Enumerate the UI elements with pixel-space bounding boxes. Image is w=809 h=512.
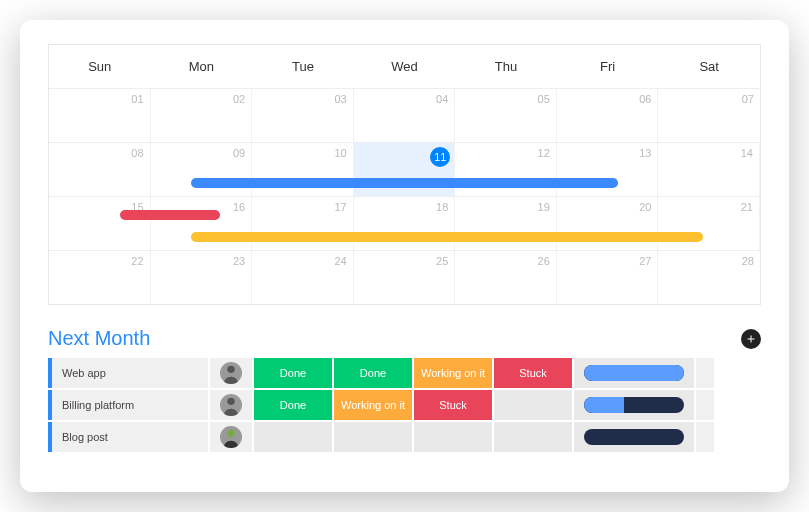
avatar	[220, 426, 242, 448]
day-cell[interactable]: 22	[49, 251, 151, 304]
day-cell[interactable]: 23	[151, 251, 253, 304]
progress-fill	[584, 397, 624, 413]
day-cell[interactable]: 05	[455, 89, 557, 142]
status-cell[interactable]: Done	[254, 358, 332, 388]
avatar	[220, 362, 242, 384]
task-name[interactable]: Web app	[48, 358, 208, 388]
avatar	[220, 394, 242, 416]
calendar-header: Sun Mon Tue Wed Thu Fri Sat	[49, 45, 760, 88]
day-cell[interactable]: 15	[49, 197, 151, 250]
day-cell[interactable]: 14	[658, 143, 760, 196]
status-cell[interactable]: Stuck	[494, 358, 572, 388]
day-cell[interactable]: 04	[354, 89, 456, 142]
day-cell-current[interactable]: 11	[354, 143, 456, 196]
table-row: Web app Done Done Working on it Stuck	[48, 358, 761, 388]
day-cell[interactable]: 16	[151, 197, 253, 250]
weekday-label: Fri	[557, 45, 659, 88]
day-cell[interactable]: 02	[151, 89, 253, 142]
day-cell[interactable]: 21	[658, 197, 760, 250]
section-header: Next Month	[48, 327, 761, 350]
status-cell[interactable]	[334, 422, 412, 452]
status-cell[interactable]	[494, 422, 572, 452]
svg-point-2	[227, 430, 234, 437]
row-end	[696, 422, 714, 452]
day-cell[interactable]: 01	[49, 89, 151, 142]
svg-point-0	[227, 366, 234, 373]
progress-cell[interactable]	[574, 358, 694, 388]
task-name[interactable]: Billing platform	[48, 390, 208, 420]
current-day-badge: 11	[430, 147, 450, 167]
day-cell[interactable]: 17	[252, 197, 354, 250]
day-cell[interactable]: 09	[151, 143, 253, 196]
weekday-label: Thu	[455, 45, 557, 88]
status-cell[interactable]: Working on it	[414, 358, 492, 388]
day-cell[interactable]: 25	[354, 251, 456, 304]
day-cell[interactable]: 26	[455, 251, 557, 304]
event-bar[interactable]	[191, 178, 618, 188]
status-cell[interactable]: Working on it	[334, 390, 412, 420]
day-cell[interactable]: 24	[252, 251, 354, 304]
avatar-cell[interactable]	[210, 422, 252, 452]
day-cell[interactable]: 03	[252, 89, 354, 142]
calendar-row: 15 16 17 18 19 20 21	[49, 196, 760, 250]
avatar-cell[interactable]	[210, 390, 252, 420]
day-cell[interactable]: 20	[557, 197, 659, 250]
status-cell[interactable]	[254, 422, 332, 452]
svg-point-1	[227, 398, 234, 405]
app-card: Sun Mon Tue Wed Thu Fri Sat 01 02 03 04 …	[20, 20, 789, 492]
status-cell[interactable]	[414, 422, 492, 452]
status-cell[interactable]	[494, 390, 572, 420]
row-end	[696, 358, 714, 388]
weekday-label: Tue	[252, 45, 354, 88]
day-cell[interactable]: 10	[252, 143, 354, 196]
calendar-row: 22 23 24 25 26 27 28	[49, 250, 760, 304]
task-name[interactable]: Blog post	[48, 422, 208, 452]
calendar: Sun Mon Tue Wed Thu Fri Sat 01 02 03 04 …	[48, 44, 761, 305]
weekday-label: Sat	[658, 45, 760, 88]
weekday-label: Sun	[49, 45, 151, 88]
event-bar[interactable]	[191, 232, 703, 242]
weekday-label: Wed	[354, 45, 456, 88]
day-cell[interactable]: 08	[49, 143, 151, 196]
progress-cell[interactable]	[574, 390, 694, 420]
day-cell[interactable]: 12	[455, 143, 557, 196]
task-table: Web app Done Done Working on it Stuck Bi…	[48, 358, 761, 452]
status-cell[interactable]: Done	[334, 358, 412, 388]
plus-icon	[745, 333, 757, 345]
section-title: Next Month	[48, 327, 150, 350]
table-row: Billing platform Done Working on it Stuc…	[48, 390, 761, 420]
calendar-row: 01 02 03 04 05 06 07	[49, 88, 760, 142]
weekday-label: Mon	[151, 45, 253, 88]
day-cell[interactable]: 06	[557, 89, 659, 142]
day-cell[interactable]: 18	[354, 197, 456, 250]
progress-fill	[584, 365, 684, 381]
row-end	[696, 390, 714, 420]
day-cell[interactable]: 27	[557, 251, 659, 304]
progress-cell[interactable]	[574, 422, 694, 452]
calendar-row: 08 09 10 11 12 13 14	[49, 142, 760, 196]
event-bar[interactable]	[120, 210, 220, 220]
day-cell[interactable]: 07	[658, 89, 760, 142]
day-cell[interactable]: 19	[455, 197, 557, 250]
status-cell[interactable]: Stuck	[414, 390, 492, 420]
table-row: Blog post	[48, 422, 761, 452]
day-cell[interactable]: 28	[658, 251, 760, 304]
add-icon[interactable]	[741, 329, 761, 349]
avatar-cell[interactable]	[210, 358, 252, 388]
status-cell[interactable]: Done	[254, 390, 332, 420]
day-cell[interactable]: 13	[557, 143, 659, 196]
